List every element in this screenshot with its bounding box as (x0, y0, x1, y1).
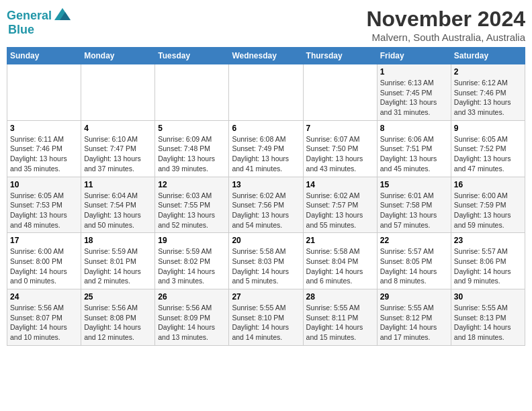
day-info: Sunrise: 5:56 AM Sunset: 8:07 PM Dayligh… (10, 303, 78, 342)
weekday-header-friday: Friday (377, 48, 451, 64)
day-info: Sunrise: 6:05 AM Sunset: 7:53 PM Dayligh… (10, 191, 78, 230)
location-title: Malvern, South Australia, Australia (366, 32, 525, 43)
calendar-week-row: 24Sunrise: 5:56 AM Sunset: 8:07 PM Dayli… (7, 289, 525, 346)
weekday-header-sunday: Sunday (7, 48, 81, 64)
calendar-cell: 27Sunrise: 5:55 AM Sunset: 8:10 PM Dayli… (229, 289, 303, 346)
calendar-cell: 25Sunrise: 5:56 AM Sunset: 8:08 PM Dayli… (81, 289, 155, 346)
calendar-cell: 4Sunrise: 6:10 AM Sunset: 7:47 PM Daylig… (81, 120, 155, 177)
calendar-cell: 12Sunrise: 6:03 AM Sunset: 7:55 PM Dayli… (155, 177, 229, 233)
calendar-cell: 17Sunrise: 6:00 AM Sunset: 8:00 PM Dayli… (7, 233, 81, 289)
day-info: Sunrise: 6:02 AM Sunset: 7:57 PM Dayligh… (306, 191, 374, 230)
day-info: Sunrise: 6:11 AM Sunset: 7:46 PM Dayligh… (10, 134, 78, 174)
day-info: Sunrise: 5:55 AM Sunset: 8:12 PM Dayligh… (380, 303, 448, 342)
day-info: Sunrise: 5:57 AM Sunset: 8:06 PM Dayligh… (454, 246, 522, 286)
day-number: 14 (306, 180, 374, 189)
day-number: 29 (380, 292, 448, 302)
day-info: Sunrise: 5:55 AM Sunset: 8:13 PM Dayligh… (454, 303, 522, 342)
calendar-cell: 18Sunrise: 5:59 AM Sunset: 8:01 PM Dayli… (81, 233, 155, 289)
day-number: 18 (84, 236, 152, 245)
day-info: Sunrise: 5:55 AM Sunset: 8:11 PM Dayligh… (306, 303, 374, 342)
calendar-table: SundayMondayTuesdayWednesdayThursdayFrid… (7, 47, 525, 346)
calendar-cell: 11Sunrise: 6:04 AM Sunset: 7:54 PM Dayli… (81, 177, 155, 233)
calendar-cell: 1Sunrise: 6:13 AM Sunset: 7:45 PM Daylig… (377, 64, 451, 121)
logo-text: General (7, 9, 52, 23)
calendar-cell: 7Sunrise: 6:07 AM Sunset: 7:50 PM Daylig… (303, 120, 377, 177)
day-number: 28 (306, 292, 374, 302)
day-info: Sunrise: 5:56 AM Sunset: 8:09 PM Dayligh… (158, 303, 226, 342)
calendar-cell: 8Sunrise: 6:06 AM Sunset: 7:51 PM Daylig… (377, 120, 451, 177)
calendar-cell: 14Sunrise: 6:02 AM Sunset: 7:57 PM Dayli… (303, 177, 377, 233)
calendar-cell (7, 64, 81, 121)
day-info: Sunrise: 5:59 AM Sunset: 8:01 PM Dayligh… (84, 246, 152, 286)
day-number: 17 (10, 236, 78, 245)
weekday-header-wednesday: Wednesday (229, 48, 303, 64)
weekday-header-monday: Monday (81, 48, 155, 64)
calendar-week-row: 3Sunrise: 6:11 AM Sunset: 7:46 PM Daylig… (7, 120, 525, 177)
logo: General Blue (7, 7, 72, 37)
day-info: Sunrise: 5:59 AM Sunset: 8:02 PM Dayligh… (158, 246, 226, 286)
calendar-cell: 30Sunrise: 5:55 AM Sunset: 8:13 PM Dayli… (451, 289, 525, 346)
calendar-cell: 6Sunrise: 6:08 AM Sunset: 7:49 PM Daylig… (229, 120, 303, 177)
day-info: Sunrise: 6:09 AM Sunset: 7:48 PM Dayligh… (158, 134, 226, 174)
day-info: Sunrise: 5:58 AM Sunset: 8:04 PM Dayligh… (306, 246, 374, 286)
day-info: Sunrise: 6:05 AM Sunset: 7:52 PM Dayligh… (454, 134, 522, 174)
day-number: 24 (10, 292, 78, 302)
day-info: Sunrise: 5:55 AM Sunset: 8:10 PM Dayligh… (232, 303, 300, 342)
day-info: Sunrise: 5:57 AM Sunset: 8:05 PM Dayligh… (380, 246, 448, 286)
calendar-cell: 16Sunrise: 6:00 AM Sunset: 7:59 PM Dayli… (451, 177, 525, 233)
day-info: Sunrise: 6:06 AM Sunset: 7:51 PM Dayligh… (380, 134, 448, 174)
page-header: General Blue November 2024 Malvern, Sout… (7, 7, 525, 43)
calendar-cell: 20Sunrise: 5:58 AM Sunset: 8:03 PM Dayli… (229, 233, 303, 289)
calendar-cell: 9Sunrise: 6:05 AM Sunset: 7:52 PM Daylig… (451, 120, 525, 177)
calendar-cell (303, 64, 377, 121)
calendar-cell: 26Sunrise: 5:56 AM Sunset: 8:09 PM Dayli… (155, 289, 229, 346)
calendar-cell (155, 64, 229, 121)
day-number: 12 (158, 180, 226, 189)
calendar-cell (81, 64, 155, 121)
calendar-cell (229, 64, 303, 121)
day-number: 26 (158, 292, 226, 302)
day-info: Sunrise: 6:02 AM Sunset: 7:56 PM Dayligh… (232, 191, 300, 230)
day-number: 19 (158, 236, 226, 245)
day-number: 25 (84, 292, 152, 302)
month-title: November 2024 (366, 7, 525, 32)
day-number: 27 (232, 292, 300, 302)
weekday-header-tuesday: Tuesday (155, 48, 229, 64)
day-number: 22 (380, 236, 448, 245)
day-number: 6 (232, 124, 300, 133)
day-number: 20 (232, 236, 300, 245)
weekday-header-saturday: Saturday (451, 48, 525, 64)
calendar-week-row: 1Sunrise: 6:13 AM Sunset: 7:45 PM Daylig… (7, 64, 525, 121)
calendar-cell: 19Sunrise: 5:59 AM Sunset: 8:02 PM Dayli… (155, 233, 229, 289)
day-number: 3 (10, 124, 78, 133)
day-number: 15 (380, 180, 448, 189)
day-info: Sunrise: 6:13 AM Sunset: 7:45 PM Dayligh… (380, 78, 448, 118)
day-info: Sunrise: 6:04 AM Sunset: 7:54 PM Dayligh… (84, 191, 152, 230)
calendar-cell: 24Sunrise: 5:56 AM Sunset: 8:07 PM Dayli… (7, 289, 81, 346)
calendar-cell: 22Sunrise: 5:57 AM Sunset: 8:05 PM Dayli… (377, 233, 451, 289)
logo-icon (53, 7, 72, 26)
calendar-cell: 5Sunrise: 6:09 AM Sunset: 7:48 PM Daylig… (155, 120, 229, 177)
day-number: 9 (454, 124, 522, 133)
day-number: 13 (232, 180, 300, 189)
day-number: 16 (454, 180, 522, 189)
day-number: 5 (158, 124, 226, 133)
day-number: 8 (380, 124, 448, 133)
day-number: 1 (380, 67, 448, 77)
day-number: 11 (84, 180, 152, 189)
day-number: 7 (306, 124, 374, 133)
day-info: Sunrise: 5:58 AM Sunset: 8:03 PM Dayligh… (232, 246, 300, 286)
day-number: 10 (10, 180, 78, 189)
calendar-cell: 3Sunrise: 6:11 AM Sunset: 7:46 PM Daylig… (7, 120, 81, 177)
calendar-cell: 21Sunrise: 5:58 AM Sunset: 8:04 PM Dayli… (303, 233, 377, 289)
calendar-week-row: 17Sunrise: 6:00 AM Sunset: 8:00 PM Dayli… (7, 233, 525, 289)
day-number: 2 (454, 67, 522, 77)
day-info: Sunrise: 6:12 AM Sunset: 7:46 PM Dayligh… (454, 78, 522, 118)
day-info: Sunrise: 6:10 AM Sunset: 7:47 PM Dayligh… (84, 134, 152, 174)
day-info: Sunrise: 6:07 AM Sunset: 7:50 PM Dayligh… (306, 134, 374, 174)
calendar-week-row: 10Sunrise: 6:05 AM Sunset: 7:53 PM Dayli… (7, 177, 525, 233)
calendar-cell: 2Sunrise: 6:12 AM Sunset: 7:46 PM Daylig… (451, 64, 525, 121)
calendar-cell: 15Sunrise: 6:01 AM Sunset: 7:58 PM Dayli… (377, 177, 451, 233)
calendar-cell: 29Sunrise: 5:55 AM Sunset: 8:12 PM Dayli… (377, 289, 451, 346)
weekday-header-thursday: Thursday (303, 48, 377, 64)
